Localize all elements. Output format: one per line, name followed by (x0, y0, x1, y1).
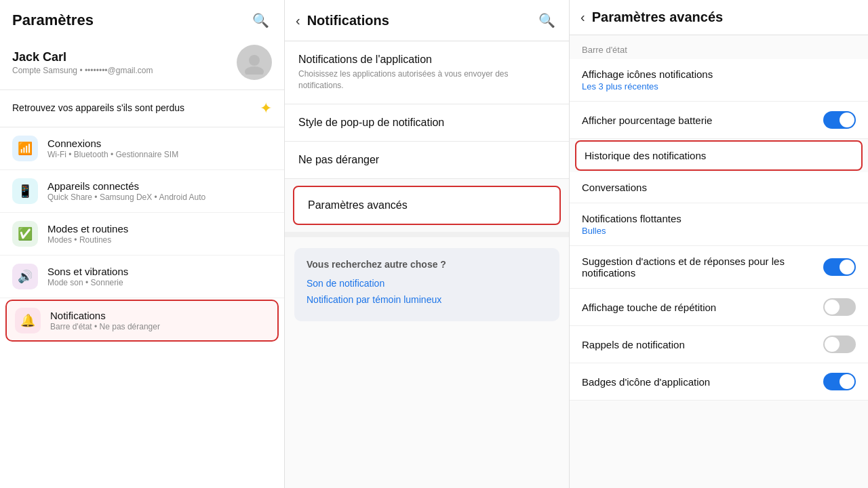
right-item-conversations-text: Conversations (582, 182, 647, 193)
middle-panel: ‹ Notifications 🔍 Notifications de l'app… (285, 0, 570, 488)
middle-header: ‹ Notifications 🔍 (285, 0, 569, 41)
suggestion-box: Vous recherchez autre chose ? Son de not… (294, 248, 559, 321)
right-content: Barre d'état Affichage icônes notificati… (570, 35, 868, 488)
right-item-notif-flottantes[interactable]: Notifications flottantes Bulles (570, 203, 868, 246)
profile-section[interactable]: Jack Carl Compte Samsung • ••••••••@gmai… (0, 38, 284, 90)
appareils-sublabel: Quick Share • Samsung DeX • Android Auto (47, 192, 205, 202)
find-devices-banner[interactable]: Retrouvez vos appareils s'ils sont perdu… (0, 90, 284, 127)
right-item-rappels-text: Rappels de notification (582, 339, 685, 350)
middle-item-app-notif-label: Notifications de l'application (298, 54, 555, 66)
middle-item-dnd-label: Ne pas déranger (298, 154, 555, 166)
right-item-affichage-repetition-label: Affichage touche de répétition (582, 302, 716, 313)
connexions-sublabel: Wi-Fi • Bluetooth • Gestionnaire SIM (47, 150, 178, 159)
right-header: ‹ Paramètres avancés (570, 0, 868, 35)
sons-label: Sons et vibrations (47, 266, 128, 277)
notifications-sublabel: Barre d'état • Ne pas déranger (50, 322, 160, 331)
sons-icon: 🔊 (12, 264, 38, 289)
right-item-historique[interactable]: Historique des notifications (575, 140, 863, 171)
toggle-knob (840, 260, 854, 274)
right-item-affichage-icones[interactable]: Affichage icônes notifications Les 3 plu… (570, 59, 868, 102)
sidebar-item-modes[interactable]: ✅ Modes et routines Modes • Routines (0, 213, 284, 256)
right-item-affichage-icones-sub: Les 3 plus récentes (582, 81, 713, 92)
left-header: Paramètres 🔍 (0, 0, 284, 38)
sidebar-item-sons[interactable]: 🔊 Sons et vibrations Mode son • Sonnerie (0, 256, 284, 298)
profile-name: Jack Carl (12, 50, 153, 64)
find-devices-text: Retrouvez vos appareils s'ils sont perdu… (12, 102, 184, 115)
right-panel: ‹ Paramètres avancés Barre d'état Affich… (570, 0, 868, 488)
sons-sublabel: Mode son • Sonnerie (47, 278, 128, 287)
modes-label: Modes et routines (47, 223, 128, 235)
profile-info: Jack Carl Compte Samsung • ••••••••@gmai… (12, 50, 153, 75)
right-item-affichage-repetition[interactable]: Affichage touche de répétition (570, 289, 868, 326)
right-item-notif-flottantes-text: Notifications flottantes Bulles (582, 213, 682, 236)
right-item-suggestion-actions-toggle[interactable] (823, 258, 856, 276)
modes-icon: ✅ (12, 221, 38, 247)
right-item-affichage-icones-text: Affichage icônes notifications Les 3 plu… (582, 68, 713, 92)
connexions-label: Connexions (47, 138, 178, 149)
connexions-text: Connexions Wi-Fi • Bluetooth • Gestionna… (47, 138, 178, 159)
right-item-suggestion-actions[interactable]: Suggestion d'actions et de réponses pour… (570, 246, 868, 289)
avatar (237, 45, 272, 80)
right-item-afficher-batterie-toggle[interactable] (823, 111, 856, 129)
profile-account: Compte Samsung • ••••••••@gmail.com (12, 66, 153, 75)
right-item-afficher-batterie[interactable]: Afficher pourcentage batterie (570, 102, 868, 139)
middle-item-app-notif-sub: Choisissez les applications autorisées à… (298, 68, 555, 92)
right-item-afficher-batterie-text: Afficher pourcentage batterie (582, 115, 712, 126)
appareils-label: Appareils connectés (47, 180, 205, 192)
connexions-icon: 📶 (12, 136, 38, 161)
right-item-affichage-repetition-text: Affichage touche de répétition (582, 302, 716, 313)
sidebar-item-appareils[interactable]: 📱 Appareils connectés Quick Share • Sams… (0, 170, 284, 213)
right-item-affichage-repetition-toggle[interactable] (823, 298, 856, 316)
middle-item-advanced-label: Paramètres avancés (308, 199, 546, 211)
modes-sublabel: Modes • Routines (47, 235, 128, 245)
settings-list: 📶 Connexions Wi-Fi • Bluetooth • Gestion… (0, 127, 284, 488)
middle-title: Notifications (307, 13, 536, 28)
right-item-notif-flottantes-sub: Bulles (582, 226, 682, 236)
suggestion-link-0[interactable]: Son de notification (307, 278, 547, 289)
right-item-badges-label: Badges d'icône d'application (582, 376, 710, 388)
sidebar-item-connexions[interactable]: 📶 Connexions Wi-Fi • Bluetooth • Gestion… (0, 127, 284, 170)
notifications-text: Notifications Barre d'état • Ne pas déra… (50, 310, 160, 331)
toggle-knob (840, 374, 854, 389)
right-item-conversations[interactable]: Conversations (570, 172, 868, 203)
sparkle-icon: ✦ (260, 100, 272, 117)
notifications-label: Notifications (50, 310, 160, 321)
toggle-knob (840, 113, 854, 127)
right-item-rappels[interactable]: Rappels de notification (570, 326, 868, 363)
toggle-knob (825, 337, 840, 352)
notifications-icon: 🔔 (15, 308, 41, 333)
right-item-rappels-label: Rappels de notification (582, 339, 685, 350)
right-item-suggestion-actions-text: Suggestion d'actions et de réponses pour… (582, 256, 823, 279)
middle-search-button[interactable]: 🔍 (536, 9, 558, 31)
right-item-historique-text: Historique des notifications (585, 150, 706, 161)
right-title: Paramètres avancés (592, 9, 857, 25)
right-item-badges-text: Badges d'icône d'application (582, 376, 710, 388)
svg-point-1 (245, 66, 264, 75)
sidebar-item-notifications[interactable]: 🔔 Notifications Barre d'état • Ne pas dé… (5, 300, 279, 342)
middle-item-advanced[interactable]: Paramètres avancés (293, 186, 561, 225)
right-item-notif-flottantes-label: Notifications flottantes (582, 213, 682, 224)
middle-item-popup-label: Style de pop-up de notification (298, 117, 555, 129)
sons-text: Sons et vibrations Mode son • Sonnerie (47, 266, 128, 287)
right-item-badges[interactable]: Badges d'icône d'application (570, 363, 868, 401)
svg-point-0 (249, 55, 260, 66)
middle-item-popup[interactable]: Style de pop-up de notification (285, 104, 569, 142)
right-item-suggestion-actions-label: Suggestion d'actions et de réponses pour… (582, 256, 823, 279)
middle-item-app-notif[interactable]: Notifications de l'application Choisisse… (285, 41, 569, 104)
right-item-afficher-batterie-label: Afficher pourcentage batterie (582, 115, 712, 126)
left-title: Paramètres (12, 12, 94, 29)
middle-back-button[interactable]: ‹ (296, 13, 300, 28)
left-search-button[interactable]: 🔍 (250, 9, 272, 31)
appareils-icon: 📱 (12, 178, 38, 204)
middle-item-dnd[interactable]: Ne pas déranger (285, 142, 569, 179)
right-section-label: Barre d'état (570, 35, 868, 59)
right-item-historique-label: Historique des notifications (585, 150, 706, 161)
right-item-conversations-label: Conversations (582, 182, 647, 193)
right-item-rappels-toggle[interactable] (823, 336, 856, 353)
right-item-badges-toggle[interactable] (823, 373, 856, 390)
left-panel: Paramètres 🔍 Jack Carl Compte Samsung • … (0, 0, 285, 488)
toggle-knob (825, 300, 840, 314)
right-back-button[interactable]: ‹ (580, 9, 585, 25)
suggestion-link-1[interactable]: Notification par témoin lumineux (307, 294, 547, 305)
suggestion-title: Vous recherchez autre chose ? (307, 259, 547, 270)
